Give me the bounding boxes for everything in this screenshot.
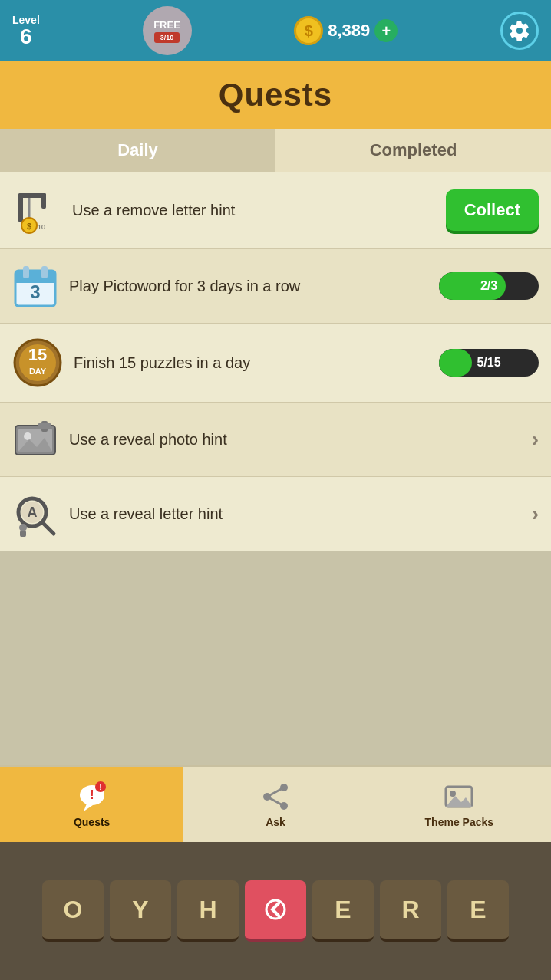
remove-letter-icon: $ 10: [12, 186, 61, 235]
free-ribbon: 3/10: [154, 32, 180, 43]
svg-text:!: !: [99, 783, 101, 791]
settings-button[interactable]: [500, 12, 539, 50]
svg-line-38: [267, 797, 284, 806]
quest-action-progress-2: 5/15: [439, 349, 539, 377]
quest-item-reveal-photo: Use a reveal photo hint ›: [0, 403, 551, 477]
quest-text-play-days: Play Pictoword for 3 days in a row: [69, 276, 428, 296]
quest-item-play-days: 3 Play Pictoword for 3 days in a row 2/3: [0, 249, 551, 324]
quest-text-reveal-photo: Use a reveal photo hint: [69, 429, 521, 449]
badge-15-icon: 15 DAY: [12, 337, 63, 388]
coin-amount: 8,389: [328, 21, 370, 41]
keyboard-area: O Y H E R E: [0, 842, 551, 980]
svg-rect-11: [41, 266, 48, 278]
svg-point-27: [19, 524, 27, 531]
delete-key[interactable]: [245, 880, 306, 942]
key-E[interactable]: E: [312, 880, 374, 942]
ask-nav-icon: [259, 781, 292, 813]
svg-text:15: 15: [28, 345, 47, 364]
free-badge[interactable]: FREE 3/10: [143, 6, 192, 55]
free-badge-text: FREE: [153, 19, 180, 31]
quest-action-progress-1: 2/3: [439, 272, 539, 300]
key-H[interactable]: H: [177, 880, 239, 942]
quest-item-puzzles: 15 DAY Finish 15 puzzles in a day 5/15: [0, 324, 551, 403]
svg-text:DAY: DAY: [29, 367, 47, 376]
calendar-icon: 3: [12, 263, 58, 309]
svg-point-19: [24, 432, 31, 440]
nav-quests[interactable]: ! ! Quests: [0, 767, 183, 842]
gear-icon: [509, 20, 530, 41]
theme-packs-nav-icon: [443, 781, 475, 813]
bottom-nav: ! ! Quests Ask Theme Packs: [0, 765, 551, 842]
quest-list: $ 10 Use a remove letter hint Collect 3 …: [0, 172, 551, 551]
quest-text-remove-letter: Use a remove letter hint: [72, 200, 435, 220]
quest-text-puzzles: Finish 15 puzzles in a day: [74, 353, 428, 373]
svg-text:!: !: [90, 788, 94, 801]
svg-text:$: $: [27, 222, 31, 231]
svg-text:3: 3: [30, 281, 40, 302]
key-E2[interactable]: E: [447, 880, 509, 942]
quests-title: Quests: [15, 77, 536, 113]
progress-text-days: 2/3: [439, 279, 539, 293]
add-coin-button[interactable]: +: [374, 19, 398, 42]
svg-rect-22: [38, 423, 51, 429]
tab-completed[interactable]: Completed: [276, 129, 551, 172]
svg-point-40: [450, 791, 456, 797]
nav-theme-packs-label: Theme Packs: [425, 816, 494, 828]
progress-bar-puzzles: 5/15: [439, 349, 539, 377]
svg-text:A: A: [28, 505, 38, 520]
quests-nav-icon: ! !: [76, 781, 108, 813]
quest-item-reveal-letter: A Use a reveal letter hint ›: [0, 477, 551, 551]
svg-rect-28: [20, 531, 26, 537]
keyboard-row: O Y H E R E: [42, 880, 509, 942]
key-Y[interactable]: Y: [110, 880, 171, 942]
svg-line-37: [267, 788, 284, 797]
reveal-letter-icon: A: [12, 491, 58, 537]
quest-action-collect: Collect: [446, 189, 539, 231]
svg-marker-41: [446, 796, 472, 807]
svg-line-26: [42, 522, 54, 534]
svg-point-42: [266, 900, 285, 919]
tabs: Daily Completed: [0, 129, 551, 172]
level-number: 6: [20, 26, 32, 48]
progress-text-puzzles: 5/15: [439, 356, 539, 370]
key-O[interactable]: O: [42, 880, 104, 942]
collect-button[interactable]: Collect: [446, 189, 539, 231]
coin-icon: $: [294, 16, 323, 45]
level-block: Level 6: [12, 14, 40, 48]
quests-header: Quests: [0, 61, 551, 129]
svg-text:10: 10: [38, 223, 45, 231]
nav-ask-label: Ask: [266, 816, 285, 828]
reveal-photo-icon: [12, 416, 58, 462]
svg-rect-2: [41, 193, 46, 209]
delete-icon: [263, 897, 288, 922]
top-bar: Level 6 FREE 3/10 $ 8,389 +: [0, 0, 551, 61]
nav-ask[interactable]: Ask: [183, 767, 367, 842]
coins-block: $ 8,389 +: [294, 16, 398, 45]
nav-theme-packs[interactable]: Theme Packs: [368, 767, 551, 842]
quest-item-remove-letter: $ 10 Use a remove letter hint Collect: [0, 172, 551, 249]
progress-bar-days: 2/3: [439, 272, 539, 300]
tab-daily[interactable]: Daily: [0, 129, 276, 172]
quest-arrow-reveal-photo[interactable]: ›: [532, 427, 539, 452]
svg-rect-10: [23, 266, 29, 278]
quest-text-reveal-letter: Use a reveal letter hint: [69, 504, 521, 524]
key-R[interactable]: R: [380, 880, 441, 942]
nav-quests-label: Quests: [74, 816, 110, 828]
quest-arrow-reveal-letter[interactable]: ›: [532, 502, 539, 526]
